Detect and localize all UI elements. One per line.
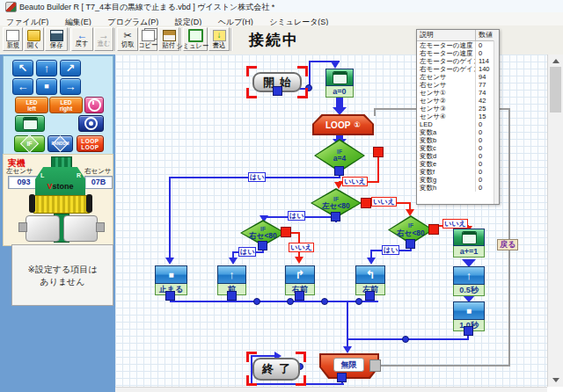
watch-scrollbar[interactable]: [494, 40, 499, 204]
simulator-button[interactable]: シミュレータ: [183, 27, 208, 51]
connector-handle[interactable]: [365, 291, 375, 301]
robot-left-axle: [18, 222, 27, 232]
if-label: IF: [15, 141, 44, 147]
watch-row: 右モーターのゲイン140: [417, 65, 499, 73]
connector-handle-no[interactable]: [281, 227, 291, 237]
roller-cap: [86, 194, 92, 213]
save-floppy-icon: [50, 30, 63, 41]
edge-label-yes: はい: [382, 245, 399, 255]
palette-motor-button[interactable]: [78, 115, 104, 132]
palette-turn-right-button[interactable]: →: [60, 78, 81, 95]
connector-handle-no[interactable]: [428, 224, 439, 235]
palette-led-left-button[interactable]: LEDleft: [15, 97, 48, 113]
connector-handle[interactable]: [295, 291, 304, 301]
vertical-scrollbar[interactable]: [547, 54, 563, 387]
watch-col-value: 数値: [476, 30, 499, 40]
palette-calc-button[interactable]: [15, 115, 45, 132]
watch-row: 変数a0: [417, 128, 499, 136]
edge-label-no: いいえ: [289, 243, 314, 252]
palette-forward-left-button[interactable]: ↖: [12, 60, 33, 76]
connector-handle[interactable]: [258, 241, 267, 250]
stop-square-icon: ■: [168, 271, 173, 279]
undo-button[interactable]: ← 戻す: [71, 27, 93, 51]
connector-handle[interactable]: [165, 291, 175, 301]
watch-row: 変数h0: [417, 184, 499, 192]
forward-05s-node[interactable]: ↑ 0.5秒: [453, 266, 485, 296]
random-label: RANDOM: [48, 142, 72, 146]
loop-label: LOOP: [81, 138, 99, 144]
connector-handle[interactable]: [337, 373, 347, 382]
loop-return-line: [381, 365, 510, 367]
palette-led-right-button[interactable]: LEDright: [49, 97, 83, 113]
connector-handle[interactable]: [227, 291, 237, 301]
open-folder-icon: [27, 30, 40, 41]
calculator-icon: [333, 71, 347, 84]
connector-handle[interactable]: [334, 166, 344, 176]
connector-handle[interactable]: [331, 212, 340, 221]
title-bar[interactable]: Beauto Builder R [ T7_4本目の黒線で止まる.vbd ] ヴ…: [0, 0, 563, 13]
forward-right-icon: ↱: [296, 269, 305, 280]
connector-handle-no[interactable]: [373, 147, 384, 157]
palette-stop-button[interactable]: ■: [36, 78, 57, 95]
robot-left-motor: [26, 215, 60, 242]
watch-header: 説明 数値: [417, 30, 499, 41]
left-panel: ↖ ↑ ↗ ← ■ → LEDleft LEDright IF RANDOM: [0, 54, 115, 392]
loop-start-node[interactable]: LOOP①: [312, 114, 374, 135]
horizontal-scrollbar[interactable]: [115, 387, 547, 392]
stop-square-icon: ■: [466, 307, 472, 316]
redo-arrow-icon: →: [99, 31, 109, 40]
robot-left-mark: L: [40, 172, 44, 178]
edge-label-no: いいえ: [371, 197, 397, 207]
set-variable-node[interactable]: a=0: [325, 69, 354, 98]
connector-handle[interactable]: [273, 86, 282, 96]
forward-left-icon: ↖: [18, 62, 28, 74]
forward-icon: ↑: [466, 270, 472, 281]
scroll-up-icon[interactable]: [552, 59, 559, 63]
scroll-down-icon[interactable]: [552, 378, 559, 382]
toolbar-separator: [230, 28, 232, 51]
write-button[interactable]: ↓ 書込: [208, 27, 230, 51]
edge-label-no: いいえ: [342, 177, 368, 186]
palette-if-button[interactable]: IF: [14, 135, 45, 152]
watch-row: 変数g0: [417, 176, 499, 184]
copy-button[interactable]: コピー: [139, 27, 157, 51]
new-button[interactable]: 新規: [3, 27, 23, 51]
palette-turn-left-button[interactable]: ←: [12, 78, 33, 95]
open-button[interactable]: 開く: [24, 27, 44, 51]
watch-row: センサ②42: [417, 97, 499, 105]
increment-node[interactable]: a+=1: [453, 229, 485, 258]
edge-label-no: いいえ: [442, 219, 468, 229]
save-button[interactable]: 保存: [45, 27, 68, 51]
turn-right-icon: →: [65, 81, 77, 92]
cut-button[interactable]: ✂ 切取: [117, 27, 138, 51]
led-right-label: right: [60, 105, 72, 112]
palette-random-button[interactable]: RANDOM: [48, 135, 73, 152]
settings-note-line2: ありません: [40, 276, 84, 287]
loop-end-label: 無限: [333, 358, 364, 372]
undo-arrow-icon: ←: [77, 31, 88, 40]
connector-handle[interactable]: [464, 326, 473, 336]
palette-forward-right-button[interactable]: ↗: [60, 60, 81, 76]
palette-timer-button[interactable]: [84, 97, 104, 113]
end-node[interactable]: 終了: [252, 358, 300, 381]
forward-icon: ↑: [44, 62, 50, 74]
connector-handle-no[interactable]: [361, 198, 371, 208]
app-window: Beauto Builder R [ T7_4本目の黒線で止まる.vbd ] ヴ…: [0, 0, 563, 392]
palette-loop-button[interactable]: LOOPLOOP: [77, 135, 104, 152]
palette-forward-button[interactable]: ↑: [36, 60, 57, 76]
flow-junction-dot: [321, 298, 328, 305]
flow-arrowhead: [331, 62, 340, 69]
clock-icon: [88, 98, 101, 112]
loop-return-handle[interactable]: [369, 359, 381, 372]
connector-handle[interactable]: [406, 239, 415, 249]
flow-edge-no: [377, 156, 379, 183]
flow-junction-dot: [305, 84, 312, 91]
flow-arrowhead: [165, 258, 174, 265]
flow-edge-yes: [169, 177, 171, 259]
flow-edge: [251, 355, 275, 357]
loop-number: ①: [354, 120, 361, 129]
watch-row: 変数d0: [417, 152, 499, 160]
scrollbar-thumb[interactable]: [550, 67, 561, 113]
robot-right-motor: [63, 215, 98, 242]
flow-junction-dot: [402, 336, 409, 343]
